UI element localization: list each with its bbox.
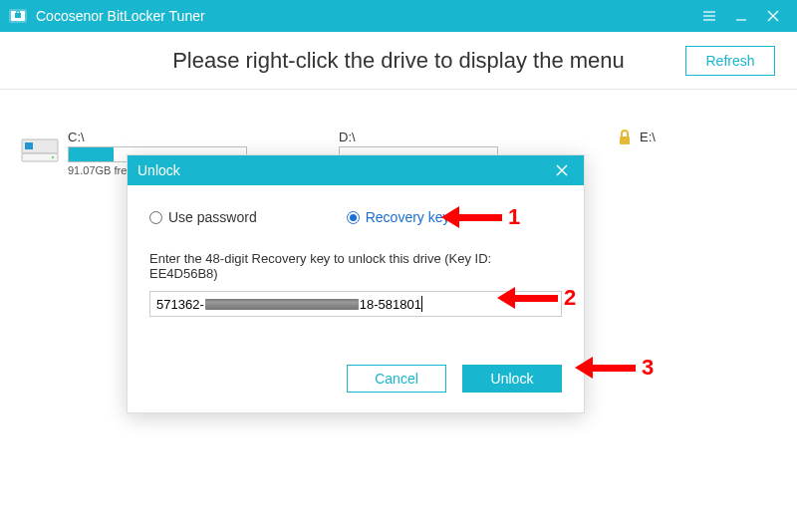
radio-icon bbox=[149, 211, 162, 224]
svg-point-13 bbox=[52, 156, 55, 159]
radio-use-password[interactable]: Use password bbox=[149, 209, 257, 225]
recovery-key-prompt: Enter the 48-digit Recovery key to unloc… bbox=[149, 251, 562, 281]
text-cursor bbox=[421, 296, 422, 312]
unlock-dialog: Unlock Use password Recovery key Enter t… bbox=[127, 154, 585, 413]
minimize-button[interactable] bbox=[725, 4, 757, 28]
unlock-method-radios: Use password Recovery key bbox=[149, 209, 562, 225]
page-instruction: Please right-click the drive to display … bbox=[172, 48, 625, 74]
drive-e[interactable]: E:\ bbox=[618, 130, 677, 176]
svg-rect-12 bbox=[25, 142, 33, 149]
radio-label: Recovery key bbox=[366, 209, 450, 225]
app-logo-icon bbox=[8, 6, 28, 26]
recovery-key-input[interactable]: 571362-18-581801 bbox=[149, 291, 562, 317]
cancel-button[interactable]: Cancel bbox=[347, 365, 446, 393]
radio-icon bbox=[347, 211, 360, 224]
unlock-button[interactable]: Unlock bbox=[462, 365, 562, 393]
drive-icon bbox=[20, 133, 60, 165]
dialog-close-button[interactable] bbox=[550, 158, 574, 182]
titlebar: Cocosenor BitLocker Tuner bbox=[0, 0, 797, 32]
radio-recovery-key[interactable]: Recovery key bbox=[347, 209, 450, 225]
annotation-3: 3 bbox=[592, 355, 654, 381]
drive-label: D:\ bbox=[339, 130, 498, 144]
lock-icon bbox=[618, 130, 632, 145]
window-menu-button[interactable] bbox=[693, 4, 725, 28]
close-button[interactable] bbox=[757, 4, 789, 28]
drive-label: C:\ bbox=[68, 130, 247, 144]
dialog-title: Unlock bbox=[137, 162, 180, 178]
radio-label: Use password bbox=[168, 209, 257, 225]
svg-rect-14 bbox=[620, 136, 630, 144]
drive-label: E:\ bbox=[640, 130, 677, 144]
dialog-titlebar: Unlock bbox=[128, 155, 584, 185]
header: Please right-click the drive to display … bbox=[0, 32, 797, 90]
redacted-segment bbox=[205, 299, 359, 310]
refresh-button[interactable]: Refresh bbox=[685, 46, 775, 76]
app-title: Cocosenor BitLocker Tuner bbox=[36, 8, 693, 24]
